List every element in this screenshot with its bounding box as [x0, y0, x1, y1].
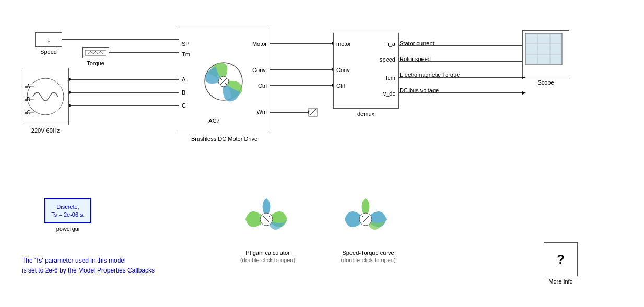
source-block[interactable]: A B C	[22, 68, 69, 125]
svg-rect-45	[25, 112, 27, 114]
speed-torque-block[interactable]	[339, 193, 392, 247]
demux-in-ctrl: Ctrl	[336, 82, 345, 89]
more-info-block[interactable]: ?	[544, 242, 578, 276]
st-label: Speed-Torque curve	[332, 250, 405, 256]
drive-port-tm: Tm	[182, 51, 190, 57]
drive-port-a: A	[182, 76, 185, 82]
torque-block[interactable]	[82, 47, 109, 58]
demux-out-vdc: v_dc	[383, 90, 395, 97]
pi-calculator-block[interactable]	[240, 193, 292, 247]
drive-port-motor: Motor	[252, 41, 267, 47]
svg-line-28	[310, 109, 316, 115]
scope-label: Scope	[522, 79, 569, 86]
svg-rect-50	[525, 33, 562, 65]
demux-in-conv: Conv.	[336, 67, 351, 73]
sig-rotor-speed: Rotor speed	[400, 56, 431, 62]
info-line2: is set to 2e-6 by the Model Properties C…	[22, 266, 155, 276]
more-info-label: More Info	[544, 278, 578, 285]
svg-rect-26	[309, 108, 317, 116]
svg-marker-25	[522, 91, 526, 95]
demux-block[interactable]: motor Conv. Ctrl i_a speed Tem v_dc	[333, 33, 399, 109]
scope-block[interactable]	[522, 30, 569, 77]
more-info-symbol: ?	[557, 252, 565, 267]
demux-out-tem: Tem	[384, 75, 395, 81]
demux-out-ia: i_a	[388, 41, 395, 47]
svg-point-36	[27, 78, 64, 115]
svg-line-27	[310, 109, 316, 115]
demux-out-speed: speed	[380, 56, 395, 63]
demux-label: demux	[333, 111, 399, 117]
torque-label: Torque	[82, 60, 109, 66]
drive-port-b: B	[182, 89, 185, 96]
st-sublabel: (double-click to open)	[332, 257, 405, 263]
drive-inner-label: AC7	[198, 117, 230, 124]
pi-sublabel: (double-click to open)	[232, 257, 303, 263]
sig-em-torque: Electromagnetic Torque	[400, 72, 460, 78]
info-line1: The 'Ts' parameter used in this model	[22, 256, 155, 266]
svg-rect-44	[25, 99, 27, 101]
powergui-line2: Ts = 2e-06 s.	[51, 211, 84, 218]
drive-port-sp: SP	[182, 41, 190, 47]
source-label: 220V 60Hz	[22, 127, 69, 134]
drive-port-conv: Conv.	[252, 67, 267, 73]
demux-in-motor: motor	[336, 41, 351, 47]
powergui-block[interactable]: Discrete, Ts = 2e-06 s.	[44, 198, 91, 223]
drive-port-c: C	[182, 102, 186, 109]
speed-block[interactable]: ↓	[35, 32, 62, 47]
drive-label: Brushless DC Motor Drive	[179, 136, 270, 142]
pi-label: PI gain calculator	[232, 250, 303, 256]
powergui-label: powergui	[44, 226, 91, 232]
sig-stator-current: Stator current	[400, 40, 435, 46]
svg-marker-17	[308, 111, 312, 114]
drive-port-wm: Wm	[256, 109, 267, 115]
sig-dc-voltage: DC bus voltage	[400, 87, 439, 93]
svg-rect-43	[25, 86, 27, 88]
speed-label: Speed	[35, 49, 62, 55]
info-text: The 'Ts' parameter used in this model is…	[22, 256, 155, 276]
powergui-line1: Discrete,	[56, 204, 79, 210]
drive-port-ctrl: Ctrl	[258, 82, 267, 89]
